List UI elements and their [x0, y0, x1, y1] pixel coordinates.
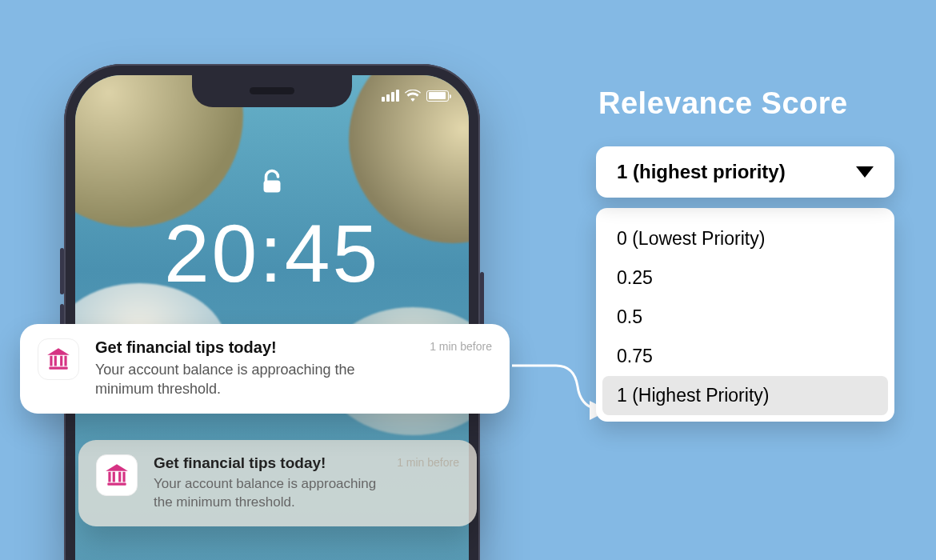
notification-body: Your account balance is approaching the … [154, 475, 381, 512]
svg-rect-4 [118, 472, 121, 482]
svg-rect-7 [50, 356, 52, 366]
svg-rect-2 [108, 472, 110, 482]
option-025[interactable]: 0.25 [602, 258, 888, 298]
unlocked-icon [258, 167, 286, 196]
option-1[interactable]: 1 (Highest Priority) [602, 376, 888, 415]
status-bar [382, 90, 449, 102]
relevance-score-options: 0 (Lowest Priority) 0.25 0.5 0.75 1 (Hig… [596, 208, 894, 422]
svg-rect-3 [113, 472, 115, 482]
panel-title: Relevance Score [598, 86, 848, 121]
option-075[interactable]: 0.75 [602, 337, 888, 376]
bank-icon [45, 346, 72, 373]
notification-time: 1 min before [430, 340, 492, 353]
lock-screen-area: 20:45 [75, 167, 469, 301]
notification-title: Get financial tips today! [95, 338, 414, 357]
bank-icon [103, 462, 130, 489]
notification-title: Get financial tips today! [154, 454, 381, 472]
cellular-signal-icon [382, 90, 399, 102]
svg-rect-9 [60, 356, 62, 366]
chevron-down-icon [856, 166, 874, 178]
notification-secondary[interactable]: Get financial tips today! Your account b… [78, 440, 477, 526]
svg-rect-0 [264, 181, 281, 193]
battery-icon [426, 90, 449, 102]
app-icon-bank [96, 454, 138, 496]
notification-body: Your account balance is approaching the … [95, 360, 414, 399]
option-0[interactable]: 0 (Lowest Priority) [602, 219, 888, 258]
notification-primary[interactable]: Get financial tips today! Your account b… [20, 324, 510, 414]
volume-up-button[interactable] [60, 248, 64, 294]
svg-rect-10 [64, 356, 66, 366]
relevance-score-select[interactable]: 1 (highest priority) [596, 146, 894, 198]
wifi-icon [405, 90, 421, 102]
lockscreen-time: 20:45 [164, 207, 380, 301]
svg-rect-8 [54, 356, 57, 366]
svg-rect-6 [49, 367, 67, 370]
option-05[interactable]: 0.5 [602, 298, 888, 337]
svg-rect-1 [107, 483, 126, 486]
notification-time: 1 min before [397, 456, 459, 469]
phone-notch [192, 75, 352, 107]
app-icon-bank [38, 338, 79, 380]
select-current-value: 1 (highest priority) [617, 161, 786, 183]
svg-rect-5 [122, 472, 125, 482]
